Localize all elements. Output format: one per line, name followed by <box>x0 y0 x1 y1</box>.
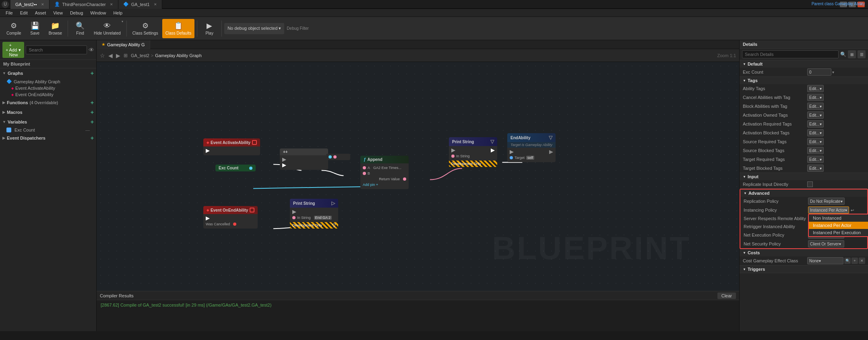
block-abilities-dropdown[interactable]: Edit...▾ <box>807 103 824 110</box>
print2-exec-in <box>292 210 296 214</box>
source-blocked-dropdown[interactable]: Edit...▾ <box>807 147 824 154</box>
add-pin-btn[interactable]: Add pin + <box>360 182 409 188</box>
advanced-section-header[interactable]: ▼ Advanced <box>740 190 867 197</box>
close-icon[interactable]: ✕ <box>110 2 113 6</box>
activation-blocked-dropdown[interactable]: Edit...▾ <box>807 129 824 136</box>
eye-icon[interactable]: 👁 <box>89 47 94 53</box>
clear-button[interactable]: Clear <box>717 293 736 299</box>
option-instanced-per-actor[interactable]: Instanced Per Actor <box>809 222 868 229</box>
target-blocked-dropdown[interactable]: Edit...▾ <box>807 165 824 172</box>
left-search-input[interactable] <box>26 45 87 54</box>
tab-ga-test1[interactable]: 🔷 GA_test1 ✕ <box>118 0 162 9</box>
exc-count-input[interactable] <box>807 68 831 76</box>
tab-third-person[interactable]: 👤 ThirdPersonCharacter ✕ <box>50 0 118 9</box>
tags-section-header[interactable]: ▼ Tags <box>740 77 868 84</box>
parent-class-link[interactable]: Gameplay Ability <box>835 2 865 6</box>
find-button[interactable]: 🔍 Find <box>70 19 90 38</box>
tab-ga-test2[interactable]: GA_test2•• ✕ <box>10 0 50 9</box>
list-view-button[interactable]: ☰ <box>858 50 866 58</box>
variable-exc-count[interactable]: Exc Count — <box>0 127 96 133</box>
node-increment[interactable]: ++ <box>280 148 328 170</box>
functions-add-button[interactable]: + <box>91 99 94 106</box>
class-settings-button[interactable]: ⚙ Class Settings <box>129 19 161 38</box>
menu-asset[interactable]: Asset <box>32 10 50 16</box>
graph-item-gameplay-ability[interactable]: 🔷 Gameplay Ability Graph <box>0 78 96 85</box>
hide-unrelated-button[interactable]: 👁 Hide Unrelated ▾ <box>91 19 124 38</box>
play-button[interactable]: ▶ Play <box>200 19 219 38</box>
close-icon[interactable]: ✕ <box>41 2 44 6</box>
menu-file[interactable]: File <box>2 10 16 16</box>
default-section-header[interactable]: ▼ Default <box>740 60 868 68</box>
option-instanced-per-execution[interactable]: Instanced Per Execution <box>809 229 868 236</box>
activation-owned-dropdown[interactable]: Edit...▾ <box>807 111 824 119</box>
replicate-input-checkbox[interactable] <box>807 181 813 187</box>
graph-event-activate[interactable]: ◆ Event ActivateAbility <box>0 85 96 91</box>
costs-section-header[interactable]: ▼ Costs <box>740 249 868 256</box>
browse-button[interactable]: 📁 Browse <box>45 19 65 38</box>
star-favorite-icon[interactable]: ☆ <box>100 52 105 59</box>
grid-view-button[interactable]: ⊞ <box>848 50 856 58</box>
functions-section-header[interactable]: ▶ Functions (4 Overridable) + <box>0 98 96 107</box>
menu-window[interactable]: Window <box>87 10 109 16</box>
add-new-button[interactable]: + + Add New ▾ <box>2 42 24 58</box>
cost-dropdown[interactable]: None▾ <box>807 257 843 264</box>
cancel-abilities-dropdown[interactable]: Edit...▾ <box>807 94 824 101</box>
var-eye-icon[interactable]: — <box>85 128 90 132</box>
node-passthrough[interactable] <box>326 154 350 160</box>
triggers-section-header[interactable]: ▼ Triggers <box>740 266 868 273</box>
graphs-section-header[interactable]: ▼ Graphs + <box>0 68 96 78</box>
end-collapse-icon: ▽ <box>549 135 552 140</box>
exc-count-arrow[interactable]: ▾ <box>832 70 834 74</box>
debug-object-dropdown[interactable]: No debug object selected ▾ <box>224 23 284 34</box>
source-required-label: Source Required Tags <box>743 139 807 144</box>
graphs-add-button[interactable]: + <box>91 70 94 76</box>
node-append[interactable]: ƒ Append A GA2 Exe Times... B Return Val… <box>360 156 409 189</box>
cost-add-icon-btn[interactable]: + <box>851 258 858 264</box>
dispatchers-add-button[interactable]: + <box>91 135 94 141</box>
tab-star-icon: ★ <box>101 42 105 47</box>
graphs-collapse-arrow: ▼ <box>2 71 6 75</box>
node-print-string-1[interactable]: Print String ▽ In String Development Onl… <box>449 137 497 167</box>
node-event-onend[interactable]: ◆ Event OnEndAbility Was Cancelled <box>203 206 258 229</box>
blueprint-canvas[interactable]: BLUEPRINT ◆ <box>97 62 739 291</box>
menu-edit[interactable]: Edit <box>17 10 31 16</box>
macros-section-header[interactable]: ▶ Macros + <box>0 107 96 117</box>
class-defaults-button[interactable]: 📋 Class Defaults <box>162 19 194 38</box>
event-dispatchers-header[interactable]: ▶ Event Dispatchers + <box>0 133 96 143</box>
graphs-label: Graphs <box>8 71 23 76</box>
menu-debug[interactable]: Debug <box>67 10 86 16</box>
activation-required-dropdown[interactable]: Edit...▾ <box>807 120 824 128</box>
node-end-ability[interactable]: EndAbility ▽ Target is Gameplay Ability … <box>507 133 556 162</box>
play-icon: ▶ <box>207 21 212 30</box>
menu-view[interactable]: View <box>50 10 66 16</box>
node-exc-count[interactable]: Exc Count <box>215 165 256 171</box>
compiler-tab-label[interactable]: Compiler Results <box>100 293 134 298</box>
instancing-policy-dropdown[interactable]: Instanced Per Actor▾ <box>808 206 849 214</box>
exec-out-pin <box>203 148 260 154</box>
net-security-dropdown[interactable]: Client Or Server▾ <box>808 240 844 247</box>
canvas-tab-gameplay[interactable]: ★ Gameplay Ability G <box>97 40 150 49</box>
macros-add-button[interactable]: + <box>91 109 94 115</box>
menu-help[interactable]: Help <box>110 10 126 16</box>
graph-event-onend[interactable]: ◆ Event OnEndAbility <box>0 91 96 98</box>
target-required-dropdown[interactable]: Edit...▾ <box>807 156 824 163</box>
input-section-header[interactable]: ▼ Input <box>740 173 868 180</box>
source-required-dropdown[interactable]: Edit...▾ <box>807 138 824 145</box>
replication-policy-dropdown[interactable]: Do Not Replicate▾ <box>808 198 845 205</box>
node-print-string-2[interactable]: Print String ▷ In String End GA 2 Develo… <box>290 199 338 229</box>
back-icon[interactable]: ◀ <box>108 52 113 59</box>
option-non-instanced[interactable]: Non Instanced <box>809 214 868 222</box>
compile-button[interactable]: ⚙ Compile <box>3 19 25 38</box>
save-button[interactable]: 💾 Save <box>25 19 45 38</box>
cost-search-icon-btn[interactable]: 🔍 <box>844 258 851 264</box>
instancing-reset-icon[interactable]: ↩ <box>851 208 854 212</box>
cost-remove-icon-btn[interactable]: ✕ <box>859 258 865 264</box>
close-icon[interactable]: ✕ <box>154 2 157 6</box>
variables-add-button[interactable]: + <box>91 119 94 125</box>
variables-section-header[interactable]: ▼ Variables + <box>0 117 96 127</box>
ability-tags-dropdown[interactable]: Edit...▾ <box>807 85 824 92</box>
breadcrumb-root[interactable]: GA_test2 <box>131 53 149 58</box>
details-search-input[interactable] <box>742 50 839 58</box>
forward-icon[interactable]: ▶ <box>116 52 120 59</box>
node-event-activate[interactable]: ◆ Event ActivateAbility <box>203 138 260 155</box>
